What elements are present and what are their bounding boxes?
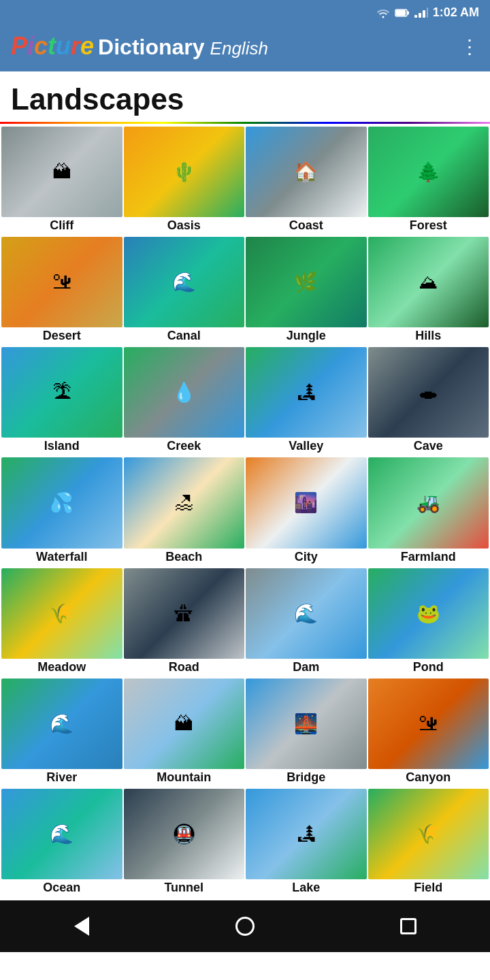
svg-rect-3 <box>414 15 417 18</box>
landscape-item-island[interactable]: 🏝Island <box>1 347 122 456</box>
landscape-item-road[interactable]: 🛣Road <box>124 568 245 677</box>
image-placeholder: 🌊 <box>124 237 245 327</box>
landscape-label: Beach <box>165 550 202 564</box>
logo-english: English <box>210 38 268 59</box>
landscape-item-canyon[interactable]: 🏜Canyon <box>368 679 489 787</box>
recent-icon <box>400 918 416 934</box>
landscape-image-forest: 🌲 <box>368 127 489 217</box>
landscape-item-cave[interactable]: 🕳Cave <box>368 347 489 456</box>
landscape-item-oasis[interactable]: 🌵Oasis <box>124 127 245 235</box>
landscape-label: Waterfall <box>36 550 87 564</box>
landscape-label: Mountain <box>157 770 211 785</box>
image-placeholder: 🚇 <box>124 789 245 879</box>
landscape-item-tunnel[interactable]: 🚇Tunnel <box>124 789 245 898</box>
landscape-item-ocean[interactable]: 🌊Ocean <box>1 789 122 898</box>
landscape-image-tunnel: 🚇 <box>124 789 245 879</box>
landscape-image-island: 🏝 <box>1 347 122 438</box>
landscape-label: Field <box>414 881 442 895</box>
landscape-label: River <box>46 770 77 785</box>
landscape-label: Farmland <box>401 550 456 564</box>
image-placeholder: 🌉 <box>246 679 367 769</box>
landscape-label: Hills <box>415 329 441 343</box>
page-title: Landscapes <box>11 82 479 116</box>
landscape-label: City <box>295 550 318 564</box>
landscape-item-beach[interactable]: 🏖Beach <box>124 457 245 566</box>
landscape-item-city[interactable]: 🌆City <box>246 457 367 566</box>
landscape-label: Meadow <box>37 660 86 674</box>
landscape-image-canyon: 🏜 <box>368 679 489 769</box>
landscape-grid: 🏔Cliff🌵Oasis🏠Coast🌲Forest🏜Desert🌊Canal🌿J… <box>0 124 490 900</box>
landscape-item-forest[interactable]: 🌲Forest <box>368 127 489 235</box>
image-placeholder: 🌾 <box>368 789 489 879</box>
landscape-image-field: 🌾 <box>368 789 489 879</box>
page-title-bar: Landscapes <box>0 71 490 124</box>
landscape-item-river[interactable]: 🌊River <box>1 679 122 787</box>
home-icon <box>235 917 255 936</box>
landscape-item-canal[interactable]: 🌊Canal <box>124 237 245 346</box>
landscape-item-cliff[interactable]: 🏔Cliff <box>1 127 122 235</box>
bottom-navigation <box>0 900 490 952</box>
landscape-image-oasis: 🌵 <box>124 127 245 217</box>
image-placeholder: 🏞 <box>246 347 367 438</box>
landscape-item-creek[interactable]: 💧Creek <box>124 347 245 456</box>
image-placeholder: 🌊 <box>246 568 367 659</box>
landscape-image-meadow: 🌾 <box>1 568 122 659</box>
time-display: 1:02 AM <box>433 5 479 20</box>
landscape-item-jungle[interactable]: 🌿Jungle <box>246 237 367 346</box>
landscape-item-pond[interactable]: 🐸Pond <box>368 568 489 677</box>
landscape-item-desert[interactable]: 🏜Desert <box>1 237 122 346</box>
status-bar: 1:02 AM <box>0 0 490 25</box>
image-placeholder: 🕳 <box>368 347 489 438</box>
image-placeholder: 🌾 <box>1 568 122 659</box>
landscape-item-waterfall[interactable]: 💦Waterfall <box>1 457 122 566</box>
landscape-item-farmland[interactable]: 🚜Farmland <box>368 457 489 566</box>
landscape-image-coast: 🏠 <box>246 127 367 217</box>
landscape-item-lake[interactable]: 🏞Lake <box>246 789 367 898</box>
landscape-label: Creek <box>167 439 201 453</box>
image-placeholder: 💦 <box>1 457 122 548</box>
landscape-label: Canyon <box>406 770 451 785</box>
image-placeholder: ⛰ <box>368 237 489 327</box>
landscape-item-mountain[interactable]: 🏔Mountain <box>124 679 245 787</box>
landscape-image-bridge: 🌉 <box>246 679 367 769</box>
landscape-image-pond: 🐸 <box>368 568 489 659</box>
landscape-item-valley[interactable]: 🏞Valley <box>246 347 367 456</box>
home-button[interactable] <box>225 913 265 940</box>
landscape-label: Coast <box>289 218 323 233</box>
landscape-image-river: 🌊 <box>1 679 122 769</box>
landscape-image-cliff: 🏔 <box>1 127 122 217</box>
image-placeholder: 🌆 <box>246 457 367 548</box>
landscape-label: Cliff <box>50 218 74 233</box>
recent-button[interactable] <box>388 913 429 940</box>
landscape-label: Ocean <box>43 881 80 895</box>
landscape-item-bridge[interactable]: 🌉Bridge <box>246 679 367 787</box>
landscape-item-dam[interactable]: 🌊Dam <box>246 568 367 677</box>
svg-rect-1 <box>407 11 409 14</box>
back-button[interactable] <box>61 913 102 940</box>
image-placeholder: 🚜 <box>368 457 489 548</box>
image-placeholder: 🌊 <box>1 679 122 769</box>
landscape-item-coast[interactable]: 🏠Coast <box>246 127 367 235</box>
landscape-label: Valley <box>289 439 323 453</box>
logo-dictionary: Dictionary <box>98 35 204 60</box>
menu-button[interactable]: ⋮ <box>460 35 479 58</box>
landscape-label: Lake <box>292 881 320 895</box>
landscape-item-field[interactable]: 🌾Field <box>368 789 489 898</box>
landscape-image-desert: 🏜 <box>1 237 122 327</box>
landscape-image-beach: 🏖 <box>124 457 245 548</box>
landscape-label: Forest <box>410 218 447 233</box>
landscape-image-hills: ⛰ <box>368 237 489 327</box>
wifi-icon <box>376 7 391 18</box>
landscape-image-valley: 🏞 <box>246 347 367 438</box>
landscape-image-road: 🛣 <box>124 568 245 659</box>
landscape-image-canal: 🌊 <box>124 237 245 327</box>
landscape-item-hills[interactable]: ⛰Hills <box>368 237 489 346</box>
battery-icon <box>395 7 410 18</box>
svg-rect-5 <box>423 10 425 18</box>
landscape-item-meadow[interactable]: 🌾Meadow <box>1 568 122 677</box>
landscape-image-lake: 🏞 <box>246 789 367 879</box>
landscape-label: Island <box>44 439 80 453</box>
landscape-image-jungle: 🌿 <box>246 237 367 327</box>
landscape-image-waterfall: 💦 <box>1 457 122 548</box>
signal-icon <box>414 7 429 18</box>
